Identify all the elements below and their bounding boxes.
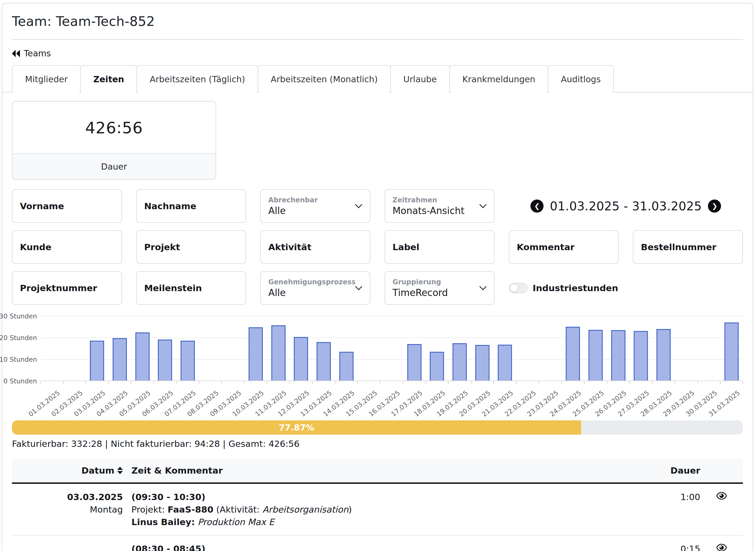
genehmigungsprozess-select[interactable]: Genehmigungsprozess Alle <box>260 271 370 305</box>
header-datum-label: Datum <box>81 465 114 476</box>
x-axis-tick <box>335 381 335 384</box>
x-axis-tick <box>539 381 539 384</box>
bar <box>724 323 739 381</box>
table-header-row: Datum Zeit & Kommentar Dauer <box>12 459 743 483</box>
abrechenbar-label: Abrechenbar <box>268 196 362 204</box>
cell-actions <box>700 483 743 536</box>
tab-arbeitszeiten-monatlich[interactable]: Arbeitszeiten (Monatlich) <box>258 65 391 92</box>
header-dauer: Dauer <box>635 459 700 483</box>
genehmigungsprozess-value: Alle <box>268 287 362 298</box>
zeitrahmen-select[interactable]: Zeitrahmen Monats-Ansicht <box>385 189 495 223</box>
date-range-text: 01.03.2025 - 31.03.2025 <box>550 199 702 213</box>
meilenstein-label: Meilenstein <box>144 283 238 293</box>
view-entry-button[interactable] <box>716 491 727 502</box>
projekt-label: Projekt <box>144 242 238 252</box>
tab-krankmeldungen[interactable]: Krankmeldungen <box>449 65 548 92</box>
industriestunden-toggle[interactable] <box>509 283 528 293</box>
next-month-button[interactable]: ❯ <box>708 199 721 212</box>
date-range-nav: ❮ 01.03.2025 - 31.03.2025 ❯ <box>509 189 743 223</box>
table-row: 03.03.2025 Montag (09:30 - 10:30) Projek… <box>12 483 743 536</box>
x-axis-tick <box>85 381 86 384</box>
cell-zeit-kommentar: (09:30 - 10:30) Projekt: FaaS-880 (Aktiv… <box>123 483 635 536</box>
cell-zeit-kommentar: (08:30 - 08:45) Projekt: Kalu-619 (Aktiv… <box>123 535 635 551</box>
aktivitaet-input[interactable]: Aktivität <box>260 230 370 264</box>
prev-month-button[interactable]: ❮ <box>530 199 544 212</box>
kunde-input[interactable]: Kunde <box>12 230 122 264</box>
vorname-input[interactable]: Vorname <box>12 189 122 223</box>
kommentar-input[interactable]: Kommentar <box>509 230 619 264</box>
back-to-teams-link[interactable]: Teams <box>12 48 51 58</box>
back-link-label: Teams <box>24 48 51 58</box>
abrechenbar-select[interactable]: Abrechenbar Alle <box>260 189 370 223</box>
bestellnummer-input[interactable]: Bestellnummer <box>633 230 743 264</box>
tab-auditlogs[interactable]: Auditlogs <box>548 65 614 92</box>
x-axis-tick <box>63 381 63 384</box>
x-axis-tick <box>153 381 154 384</box>
bar-slot <box>199 316 222 381</box>
filter-grid: Vorname Nachname Abrechenbar Alle Zeitra… <box>12 189 743 305</box>
bar <box>498 345 512 381</box>
gruppierung-value: TimeRecord <box>393 287 487 298</box>
entry-weekday: Montag <box>90 504 123 515</box>
bar-slot <box>40 316 63 381</box>
chart-x-ticks <box>40 381 743 385</box>
bar-slot <box>720 316 743 381</box>
label-input[interactable]: Label <box>385 230 495 264</box>
x-axis-tick <box>221 381 222 384</box>
tab-mitglieder[interactable]: Mitglieder <box>12 65 81 92</box>
gruppierung-select[interactable]: Gruppierung TimeRecord <box>385 271 495 305</box>
aktivitaet-label: Aktivität <box>268 242 362 252</box>
abrechenbar-value: Alle <box>268 205 362 216</box>
billable-progress-fill: 77.87% <box>12 420 581 435</box>
duration-stat-value: 426:56 <box>13 102 216 153</box>
meilenstein-input[interactable]: Meilenstein <box>136 271 246 305</box>
sort-by-date-button[interactable]: Datum <box>81 465 123 476</box>
vorname-label: Vorname <box>20 201 114 211</box>
cell-dauer: 0:15 <box>635 535 700 551</box>
x-axis-tick <box>675 381 675 384</box>
bar-slot <box>697 316 720 381</box>
sort-icon <box>117 467 123 474</box>
nachname-input[interactable]: Nachname <box>136 189 246 223</box>
bar-slot <box>176 316 199 381</box>
x-axis-tick <box>108 381 109 384</box>
genehmigungsprozess-label: Genehmigungsprozess <box>268 278 362 286</box>
bar <box>181 341 195 381</box>
bar <box>90 341 104 381</box>
view-entry-button[interactable] <box>716 543 727 551</box>
bar <box>294 337 308 381</box>
kommentar-label: Kommentar <box>517 242 611 252</box>
bar <box>430 352 444 381</box>
entry-date: 03.03.2025 <box>67 492 123 502</box>
chart-x-labels: 01.03.202502.03.202503.03.202504.03.2025… <box>40 385 743 416</box>
x-axis-tick <box>720 381 720 384</box>
x-axis-tick <box>425 381 426 384</box>
bar <box>588 330 603 381</box>
bar-slot <box>448 316 471 381</box>
bar-slot <box>516 316 539 381</box>
billable-progress-track: 77.87% <box>12 420 743 435</box>
bar-slot <box>358 316 380 381</box>
industriestunden-cell: Industriestunden <box>509 271 743 305</box>
tab-zeiten[interactable]: Zeiten <box>80 65 137 92</box>
entry-time-range: (08:30 - 08:45) <box>131 544 205 551</box>
bar <box>339 352 354 381</box>
x-axis-tick <box>652 381 652 384</box>
projekt-input[interactable]: Projekt <box>136 230 246 264</box>
zeitrahmen-value: Monats-Ansicht <box>393 205 487 216</box>
bar-slot <box>108 316 131 381</box>
cell-dauer: 1:00 <box>635 483 700 536</box>
bar <box>113 338 127 381</box>
duration-stat-label: Dauer <box>13 153 216 179</box>
x-axis-tick <box>607 381 607 384</box>
bar-slot <box>403 316 426 381</box>
x-axis-tick <box>267 381 267 384</box>
tab-urlaube[interactable]: Urlaube <box>390 65 450 92</box>
rewind-icon <box>12 50 20 57</box>
projektnummer-input[interactable]: Projektnummer <box>12 271 122 305</box>
tab-arbeitszeiten-taeglich[interactable]: Arbeitszeiten (Täglich) <box>137 65 258 92</box>
cell-datum <box>12 535 123 551</box>
bar-slot <box>312 316 335 381</box>
page-card: Team: Team-Tech-852 Teams Mitglieder Zei… <box>2 3 753 551</box>
activity-suffix: ) <box>348 504 352 515</box>
